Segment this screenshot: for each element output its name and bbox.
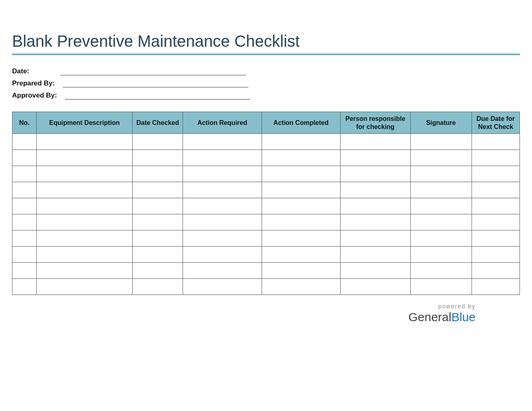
table-cell[interactable]	[133, 214, 183, 230]
table-cell[interactable]	[262, 230, 340, 247]
table-cell[interactable]	[133, 279, 183, 295]
table-cell[interactable]	[410, 247, 472, 263]
table-cell[interactable]	[262, 150, 340, 166]
table-cell[interactable]	[133, 230, 183, 247]
table-cell[interactable]	[340, 279, 410, 295]
table-row	[12, 230, 520, 247]
table-cell[interactable]	[12, 134, 37, 150]
prepared-by-input-line[interactable]	[63, 79, 248, 87]
table-cell[interactable]	[36, 247, 133, 263]
meta-row-prepared-by: Prepared By:	[12, 79, 520, 87]
brand-part-blue: Blue	[451, 310, 476, 324]
table-cell[interactable]	[36, 230, 133, 247]
table-cell[interactable]	[410, 230, 472, 247]
approved-by-input-line[interactable]	[65, 91, 250, 100]
table-cell[interactable]	[12, 166, 37, 182]
table-cell[interactable]	[183, 198, 262, 214]
table-cell[interactable]	[133, 150, 183, 166]
table-cell[interactable]	[340, 182, 410, 198]
table-cell[interactable]	[12, 230, 37, 247]
table-cell[interactable]	[133, 166, 183, 182]
table-cell[interactable]	[472, 198, 520, 214]
col-header-due-date-next-check: Due Date for Next Check	[472, 112, 520, 134]
table-cell[interactable]	[472, 214, 520, 230]
table-cell[interactable]	[410, 166, 472, 182]
table-cell[interactable]	[133, 198, 183, 214]
table-cell[interactable]	[472, 230, 520, 247]
table-cell[interactable]	[340, 198, 410, 214]
table-cell[interactable]	[12, 247, 37, 263]
table-cell[interactable]	[340, 134, 410, 150]
table-cell[interactable]	[262, 263, 340, 279]
table-cell[interactable]	[12, 182, 37, 198]
table-cell[interactable]	[36, 150, 133, 166]
table-cell[interactable]	[36, 166, 133, 182]
table-cell[interactable]	[340, 230, 410, 247]
table-cell[interactable]	[183, 182, 262, 198]
table-cell[interactable]	[36, 198, 133, 214]
table-cell[interactable]	[36, 214, 133, 230]
meta-row-approved-by: Approved By:	[12, 91, 520, 100]
page-title: Blank Preventive Maintenance Checklist	[12, 32, 520, 55]
table-cell[interactable]	[12, 150, 37, 166]
table-cell[interactable]	[472, 150, 520, 166]
col-header-signature: Signature	[410, 112, 472, 134]
table-cell[interactable]	[472, 134, 520, 150]
table-cell[interactable]	[12, 214, 37, 230]
powered-by-text: powered by	[12, 303, 476, 309]
table-cell[interactable]	[36, 134, 133, 150]
table-cell[interactable]	[340, 166, 410, 182]
table-cell[interactable]	[183, 263, 262, 279]
table-cell[interactable]	[36, 182, 133, 198]
table-cell[interactable]	[410, 214, 472, 230]
prepared-by-label: Prepared By:	[12, 79, 55, 87]
table-cell[interactable]	[410, 150, 472, 166]
table-cell[interactable]	[472, 279, 520, 295]
table-cell[interactable]	[472, 263, 520, 279]
table-cell[interactable]	[262, 279, 340, 295]
table-cell[interactable]	[262, 214, 340, 230]
table-cell[interactable]	[262, 134, 340, 150]
table-cell[interactable]	[183, 230, 262, 247]
table-cell[interactable]	[12, 279, 37, 295]
table-row	[12, 279, 520, 295]
table-cell[interactable]	[133, 182, 183, 198]
table-cell[interactable]	[410, 134, 472, 150]
table-cell[interactable]	[183, 279, 262, 295]
footer: powered by GeneralBlue	[12, 303, 520, 324]
table-row	[12, 198, 520, 214]
table-cell[interactable]	[36, 279, 133, 295]
table-cell[interactable]	[410, 279, 472, 295]
table-cell[interactable]	[410, 263, 472, 279]
table-cell[interactable]	[262, 247, 340, 263]
table-cell[interactable]	[183, 166, 262, 182]
table-cell[interactable]	[133, 134, 183, 150]
table-cell[interactable]	[340, 263, 410, 279]
table-cell[interactable]	[262, 182, 340, 198]
table-cell[interactable]	[183, 150, 262, 166]
table-cell[interactable]	[340, 214, 410, 230]
date-input-line[interactable]	[60, 67, 246, 75]
table-row	[12, 182, 520, 198]
header-row: No. Equipment Description Date Checked A…	[12, 112, 520, 134]
table-cell[interactable]	[410, 182, 472, 198]
table-cell[interactable]	[133, 263, 183, 279]
table-cell[interactable]	[472, 247, 520, 263]
table-cell[interactable]	[12, 198, 37, 214]
table-cell[interactable]	[472, 182, 520, 198]
table-cell[interactable]	[262, 198, 340, 214]
table-cell[interactable]	[262, 166, 340, 182]
table-cell[interactable]	[340, 247, 410, 263]
table-cell[interactable]	[12, 263, 37, 279]
col-header-action-required: Action Required	[183, 112, 262, 134]
table-cell[interactable]	[410, 198, 472, 214]
table-cell[interactable]	[183, 247, 262, 263]
table-cell[interactable]	[183, 214, 262, 230]
table-cell[interactable]	[183, 134, 262, 150]
table-cell[interactable]	[36, 263, 133, 279]
table-cell[interactable]	[340, 150, 410, 166]
date-label: Date:	[12, 67, 52, 75]
table-cell[interactable]	[472, 166, 520, 182]
table-cell[interactable]	[133, 247, 183, 263]
col-header-action-completed: Action Completed	[262, 112, 340, 134]
